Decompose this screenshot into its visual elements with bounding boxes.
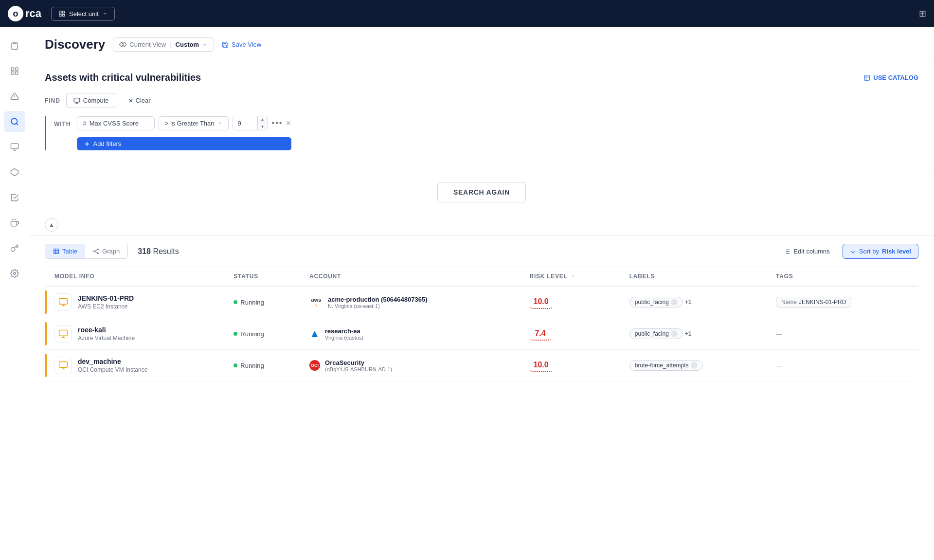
add-filters-label: Add filters [93,140,122,147]
tags-cell: --- [768,350,918,381]
sidebar-item-settings[interactable] [4,263,25,284]
filter-more-button[interactable]: ••• [272,119,282,127]
compute-filter-button[interactable]: Compute [66,93,116,108]
status-header: Status [226,267,302,286]
search-again-button[interactable]: SEARCH AGAIN [437,182,526,202]
section-header: Assets with critical vulnerabilities USE… [45,72,918,83]
tag-badge[interactable]: Name JENKINS-01-PRD [776,297,851,307]
collapse-toggle-button[interactable]: ▲ [45,218,58,232]
sidebar-item-tasks[interactable] [4,187,25,208]
stepper-down-button[interactable]: ▼ [258,123,268,130]
label-tag[interactable]: public_facing i [629,328,683,339]
model-type: OCI Compute VM Instance [78,366,147,373]
account-region: (qBgY:US-ASHBURN-AD-1) [325,366,392,372]
topbar-right: ⊞ [919,8,926,19]
table-row[interactable]: dev_machine OCI Compute VM Instance Runn… [45,350,918,381]
risk-badge: 7.4 [530,327,551,341]
svg-point-21 [122,44,124,46]
results-count: 318 Results [138,247,179,256]
sidebar-item-search[interactable] [4,111,25,132]
svg-rect-54 [59,362,68,368]
risk-level-cell: 10.0 [522,350,622,381]
status-label: Running [240,362,264,369]
sidebar-item-grid[interactable] [4,60,25,82]
svg-rect-25 [74,98,80,102]
use-catalog-button[interactable]: USE CATALOG [863,74,918,81]
svg-rect-1 [62,11,64,13]
label-info-icon[interactable]: i [671,299,678,306]
risk-level-header[interactable]: Risk level ↑ [522,267,622,286]
topbar-icon[interactable]: ⊞ [919,8,926,19]
compute-label: Compute [83,97,109,104]
label-tag[interactable]: public_facing i [629,297,683,307]
filter-field-label: Max CVSS Score [90,120,139,127]
labels-cell: brute-force_attempts i [622,350,768,381]
add-filters-button[interactable]: Add filters [77,137,292,150]
label-info-icon[interactable]: i [671,330,678,337]
orca-logo: OCI [309,360,320,371]
sidebar-item-alert[interactable] [4,86,25,107]
sidebar-item-key[interactable] [4,237,25,259]
label-info-icon[interactable]: i [691,362,698,369]
use-catalog-label: USE CATALOG [873,74,918,81]
data-table: Model info Status Account Risk level ↑ L… [45,267,918,381]
account-cell: OCI OrcaSecurity (qBgY:US-ASHBURN-AD-1) [302,350,522,381]
clear-button[interactable]: Clear [122,93,157,108]
label-more: +1 [685,330,692,337]
stepper-up-button[interactable]: ▲ [258,116,268,123]
filter-condition: # Max CVSS Score > Is Greater Than ▲ ▼ [77,116,292,130]
sidebar-item-clipboard[interactable] [4,35,25,56]
svg-rect-6 [15,68,18,70]
status-label: Running [240,299,264,306]
aws-logo: aws ↘ [309,297,323,307]
svg-marker-16 [11,169,18,176]
edit-columns-button[interactable]: Edit columns [777,244,836,258]
filter-value-input[interactable]: ▲ ▼ [233,116,268,130]
status-cell: Running [226,286,302,318]
status-cell: Running [226,318,302,350]
current-view-button[interactable]: Current View | Custom [113,37,214,52]
model-icon [54,293,72,311]
table-row[interactable]: roee-kali Azure Virtual Machine Running … [45,318,918,350]
svg-line-40 [95,252,97,253]
labels-header: Labels [622,267,768,286]
status-label: Running [240,330,264,338]
app-logo: o rca [8,6,41,21]
filter-value-field[interactable] [233,117,257,130]
sidebar-item-integration[interactable] [4,212,25,234]
svg-rect-32 [54,249,59,254]
svg-rect-51 [59,330,68,336]
page-header: Discovery Current View | Custom Save Vie… [29,27,934,60]
results-suffix-text: Results [153,247,179,255]
account-cell: ▲ research-ea Virginia (eastus) [302,318,522,350]
table-view-tab[interactable]: Table [45,244,85,258]
table-view-label: Table [62,248,77,255]
results-number: 318 [138,247,151,255]
save-view-button[interactable]: Save View [222,41,261,48]
account-name: research-ea [325,327,363,335]
graph-view-tab[interactable]: Graph [85,244,127,258]
filter-field-tag[interactable]: # Max CVSS Score [77,116,155,130]
labels-cell: public_facing i+1 [622,286,768,318]
sidebar-item-report[interactable] [4,136,25,158]
svg-rect-4 [13,42,16,44]
table-body: JENKINS-01-PRD AWS EC2 Instance Running … [45,286,918,381]
edit-columns-label: Edit columns [793,248,829,255]
sort-button[interactable]: Sort by Risk level [843,244,918,259]
risk-badge: 10.0 [530,295,553,309]
logo-circle: o [8,6,23,21]
filter-remove-button[interactable]: ✕ [286,119,291,127]
account-name: acme-production (506464807365) [328,296,427,303]
select-unit-button[interactable]: Select unit [51,7,115,21]
sidebar-item-network[interactable] [4,162,25,183]
filter-operator-select[interactable]: > Is Greater Than [159,116,229,130]
current-view-value: Custom [176,41,199,48]
table-row[interactable]: JENKINS-01-PRD AWS EC2 Instance Running … [45,286,918,318]
risk-sort-icon: ↑ [571,273,575,280]
label-tag[interactable]: brute-force_attempts i [629,360,703,371]
tag-key: Name [781,299,797,306]
model-info-cell: JENKINS-01-PRD AWS EC2 Instance [47,286,226,318]
status-dot [234,332,237,336]
tags-cell: Name JENKINS-01-PRD [768,286,918,318]
svg-point-36 [94,251,95,252]
